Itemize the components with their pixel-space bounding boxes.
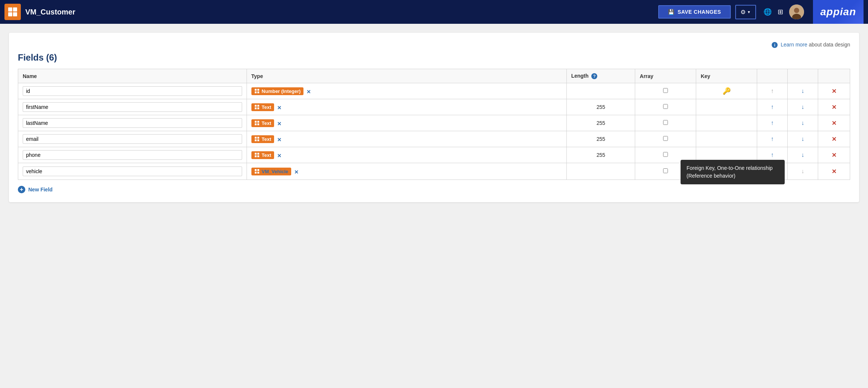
delete-field-button[interactable]: ✕ <box>831 103 837 111</box>
gear-icon: ⚙ <box>740 9 746 16</box>
user-avatar[interactable] <box>789 4 804 19</box>
field-delete-cell: ✕ <box>818 115 850 131</box>
field-up-cell: ↑ <box>757 115 788 131</box>
field-name-input[interactable] <box>23 118 242 128</box>
svg-rect-16 <box>257 121 259 123</box>
field-name-input[interactable] <box>23 150 242 160</box>
length-help-icon[interactable]: ? <box>591 73 597 79</box>
new-field-button[interactable]: + New Field <box>18 186 850 193</box>
move-up-button[interactable]: ↑ <box>770 87 775 95</box>
field-delete-cell: ✕ <box>818 147 850 163</box>
field-array-cell <box>635 131 696 147</box>
svg-rect-15 <box>255 121 257 123</box>
move-down-button[interactable]: ↓ <box>800 119 805 127</box>
svg-rect-2 <box>8 12 12 16</box>
array-checkbox[interactable] <box>663 136 668 141</box>
field-name-input[interactable] <box>23 102 242 112</box>
arrow-down-icon-disabled: ↓ <box>801 168 804 174</box>
move-up-button[interactable]: ↑ <box>770 151 775 159</box>
arrow-up-icon: ↑ <box>771 120 774 126</box>
field-length-cell <box>566 163 635 180</box>
col-header-array: Array <box>635 69 696 83</box>
remove-type-button[interactable]: ✕ <box>277 121 282 127</box>
svg-rect-29 <box>255 172 257 174</box>
svg-rect-13 <box>255 107 257 109</box>
move-down-button: ↓ <box>800 167 805 175</box>
table-header: Name Type Length ? Array Key <box>18 69 850 83</box>
remove-type-button[interactable]: ✕ <box>306 89 311 95</box>
delete-field-button[interactable]: ✕ <box>831 135 837 143</box>
field-name-input[interactable] <box>23 86 242 96</box>
field-up-cell: ↑ <box>757 83 788 99</box>
search-globe-icon[interactable]: 🌐 <box>763 8 772 16</box>
table-row: Text ✕ 255 ↑ <box>18 115 850 131</box>
type-tag: Text <box>251 151 274 159</box>
field-name-input[interactable] <box>23 166 242 176</box>
col-header-length: Length ? <box>566 69 635 83</box>
move-down-button[interactable]: ↓ <box>800 151 805 159</box>
field-down-cell: ↓ <box>787 83 818 99</box>
save-icon: 💾 <box>668 9 675 15</box>
main-content: i Learn more about data design Fields (6… <box>0 24 868 211</box>
remove-type-button[interactable]: ✕ <box>277 153 282 159</box>
field-array-cell <box>635 83 696 99</box>
delete-field-button[interactable]: ✕ <box>831 167 837 176</box>
move-down-button[interactable]: ↓ <box>800 135 805 143</box>
remove-type-button[interactable]: ✕ <box>277 137 282 143</box>
move-up-button[interactable]: ↑ <box>770 135 775 143</box>
new-field-plus-icon: + <box>18 186 25 193</box>
save-changes-button[interactable]: 💾 SAVE CHANGES <box>658 5 730 19</box>
svg-rect-12 <box>257 105 259 107</box>
svg-rect-30 <box>257 172 259 174</box>
field-down-cell: ↓ <box>787 163 818 180</box>
array-checkbox[interactable] <box>663 88 668 93</box>
type-link-label: VM_Vehicle <box>262 169 289 174</box>
avatar-image <box>789 4 804 19</box>
move-down-button[interactable]: ↓ <box>800 103 805 111</box>
arrow-up-icon: ↑ <box>771 104 774 110</box>
foreign-key-tooltip: Foreign Key, One-to-One relationship (Re… <box>681 160 785 184</box>
delete-field-button[interactable]: ✕ <box>831 87 837 96</box>
svg-rect-24 <box>257 153 259 155</box>
svg-rect-14 <box>257 107 259 109</box>
type-tag: Text <box>251 103 274 111</box>
move-down-button[interactable]: ↓ <box>800 87 805 95</box>
field-name-cell <box>18 115 247 131</box>
array-checkbox[interactable] <box>663 120 668 125</box>
field-type-cell: VM_Vehicle ✕ <box>247 163 566 180</box>
svg-rect-21 <box>255 139 257 141</box>
table-row: Text ✕ 255 ↑ <box>18 99 850 115</box>
delete-icon: ✕ <box>832 136 836 142</box>
field-length-cell: 255 <box>566 147 635 163</box>
col-header-up <box>757 69 788 83</box>
table-row: Number (Integer) ✕ 🔑 ↑ <box>18 83 850 99</box>
type-icon <box>254 104 260 110</box>
grid-icon[interactable]: ⊞ <box>778 8 783 16</box>
svg-rect-10 <box>257 91 259 93</box>
move-up-button[interactable]: ↑ <box>770 119 775 127</box>
type-tag: Number (Integer) <box>251 87 304 95</box>
type-label: Text <box>262 104 271 110</box>
array-checkbox[interactable] <box>663 104 668 109</box>
field-type-cell: Text ✕ <box>247 131 566 147</box>
array-checkbox[interactable] <box>663 152 668 157</box>
type-icon <box>254 136 260 142</box>
move-up-button[interactable]: ↑ <box>770 103 775 111</box>
learn-more-bar: i Learn more about data design <box>18 42 850 48</box>
remove-type-button[interactable]: ✕ <box>277 105 282 111</box>
field-name-input[interactable] <box>23 134 242 144</box>
fields-title: Fields (6) <box>18 52 850 63</box>
chevron-down-icon: ▼ <box>747 10 751 14</box>
svg-rect-19 <box>255 137 257 139</box>
type-icon <box>254 120 260 126</box>
svg-rect-22 <box>257 139 259 141</box>
settings-button[interactable]: ⚙ ▼ <box>735 5 756 19</box>
delete-field-button[interactable]: ✕ <box>831 151 837 159</box>
delete-field-button[interactable]: ✕ <box>831 119 837 127</box>
array-checkbox[interactable] <box>663 168 668 173</box>
learn-more-link[interactable]: Learn more <box>781 42 807 48</box>
type-icon <box>254 88 260 94</box>
field-name-cell <box>18 83 247 99</box>
remove-type-button[interactable]: ✕ <box>294 169 299 175</box>
field-key-cell <box>696 99 757 115</box>
